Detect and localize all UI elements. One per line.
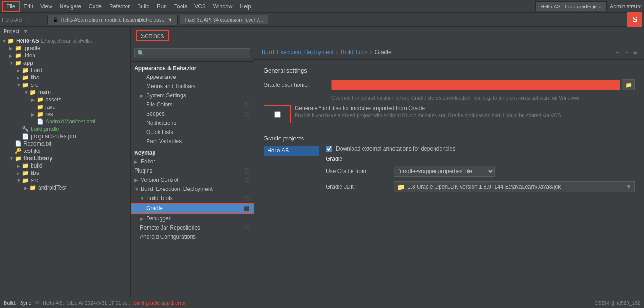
nav-item-path-variables[interactable]: Path Variables [131,137,254,146]
tree-arrow: ▶ [17,163,22,168]
tree-gradle-dir[interactable]: ▶ 📁 .gradle [0,45,130,52]
nav-item-gradle[interactable]: Gradle ⬛ [131,203,254,214]
sync-label[interactable]: Sync [20,300,31,306]
gradle-user-home-input[interactable] [331,80,620,90]
tree-main-dir[interactable]: ▼ 📁 main [0,89,130,96]
folder-icon: 📁 [22,74,29,81]
bottom-bar: Build: Sync ✕ Hello-AS: failed At 2024/3… [0,297,644,308]
tree-build2-dir[interactable]: ▶ 📁 build [0,162,130,169]
menu-code[interactable]: Code [85,2,105,11]
project-list-item-hello-as[interactable]: Hello-AS [264,146,319,156]
tree-androidtest-dir[interactable]: ▶ 📁 androidTest [0,184,130,191]
nav-label-debugger: Debugger [146,215,171,222]
tree-proguard-file[interactable]: 📄 proguard-rules.pro [0,133,130,140]
nav-item-menus[interactable]: Menus and Toolbars [131,82,254,91]
tree-src2-dir[interactable]: ▼ 📁 src [0,177,130,184]
settings-panel-body: General settings Gradle user home: 📁 Ove… [254,60,644,308]
tree-res-dir[interactable]: ▶ 📁 res [0,111,130,118]
tree-readme-file[interactable]: 📄 Readme.txt [0,140,130,147]
gradle-jdk-label: Gradle JDK: [326,184,390,190]
menu-view[interactable]: View [37,2,56,11]
tree-root[interactable]: ▼ 📁 Hello-AS E:\project\example\Hello-..… [0,37,130,45]
tab-emulator[interactable]: Pixel 3a API 34 extension_level 7... [180,15,269,24]
gradle-jdk-row: Gradle JDK: 📁 1.8 Oracle OpenJDK version… [326,181,635,192]
tree-jks-file[interactable]: 🔑 test.jks [0,147,130,155]
tree-arrow: ▼ [17,83,22,88]
nav-item-debugger[interactable]: ▶ Debugger [131,214,254,223]
gradle-jdk-input[interactable]: 📁 1.8 Oracle OpenJDK version 1.8.0_144 E… [394,181,635,192]
breadcrumb-forward[interactable]: → [624,49,630,56]
key-icon: 🔑 [15,148,22,154]
tree-assets-dir[interactable]: ▶ 📁 assets [0,96,130,103]
tree-idea-dir[interactable]: ▶ 📁 .idea [0,52,130,59]
tab-device[interactable]: 📱 Hello-AS:uniplugin_module [assembleRel… [47,15,177,25]
menu-help[interactable]: Help [236,2,255,11]
chevron-down-icon[interactable]: ▼ [23,28,28,34]
tree-build-dir[interactable]: ▶ 📁 build [0,67,130,74]
nav-item-quick-lists[interactable]: Quick Lists [131,128,254,137]
chevron-down-icon[interactable]: ▼ [168,17,173,22]
nav-label-menus: Menus and Toolbars [146,83,196,90]
folder-icon: 📁 [22,67,29,73]
use-gradle-from-select[interactable]: 'gradle-wrapper.properties' file [394,166,495,177]
generate-iml-checkbox[interactable] [274,111,281,118]
nav-item-version-control[interactable]: ▶ Version Control ⬛ [131,175,254,185]
menu-edit[interactable]: Edit [20,2,37,11]
menu-navigate[interactable]: Navigate [56,2,85,11]
tree-label: app [23,60,33,66]
breadcrumb-sep1: › [336,49,338,56]
nav-item-build-tools[interactable]: ▼ Build Tools ⬛ [131,194,254,203]
tree-app-dir[interactable]: ▼ 📁 app [0,59,130,67]
tab-build-gradle[interactable]: Hello-AS - build.gradle ▶ ✕ [535,1,607,11]
menu-window[interactable]: Window [209,2,237,11]
tree-java-dir[interactable]: 📁 java [0,103,130,111]
menu-file[interactable]: File [2,1,20,12]
nav-forward[interactable]: → [36,17,42,23]
tree-manifest-file[interactable]: 📄 AndroidManifest.xml [0,118,130,125]
tree-build-gradle[interactable]: 🔧 build.gradle [0,125,130,133]
download-annotations-checkbox[interactable] [326,146,332,152]
breadcrumb-back[interactable]: ← [615,49,621,56]
settings-search-input[interactable] [134,48,250,58]
menu-tools[interactable]: Tools [171,2,191,11]
menu-run[interactable]: Run [153,2,171,11]
settings-content: Build, Execution, Deployment › Build Too… [254,45,644,308]
nav-item-file-colors[interactable]: File Colors ⬛ [131,100,254,109]
sync-close-icon[interactable]: ✕ [35,300,39,306]
tree-libs-dir[interactable]: ▶ 📁 libs [0,74,130,81]
breadcrumb-buildtools[interactable]: Build Tools [341,49,368,56]
gradle-user-home-label: Gradle user home: [264,82,328,88]
tab-close-icon[interactable]: ✕ [598,4,602,9]
tree-libs2-dir[interactable]: ▶ 📁 libs [0,169,130,177]
nav-back[interactable]: ← [27,17,33,23]
tree-arrow: ▶ [17,171,22,176]
breadcrumb-build[interactable]: Build, Execution, Deployment [262,49,334,56]
gradle-icon: ⬛ [244,206,249,211]
tree-src-dir[interactable]: ▼ 📁 src [0,81,130,89]
nav-item-system[interactable]: ▶ System Settings [131,91,254,100]
nav-item-appearance[interactable]: Appearance [131,73,254,82]
file-icon: 📄 [22,133,29,140]
settings-header: Settings [131,27,644,45]
nav-arrow: ▶ [134,178,140,183]
nav-item-build-execution[interactable]: ▼ Build, Execution, Deployment [131,185,254,194]
nav-label-plugins: Plugins [134,168,152,174]
jdk-dropdown-icon: ▼ [626,184,632,190]
project-panel: Project ▼ ▼ 📁 Hello-AS E:\project\exampl… [0,27,131,308]
nav-item-android-config[interactable]: Android Configurations [131,232,254,241]
folder-icon: 📁 [37,96,44,103]
nav-item-notifications[interactable]: Notifications [131,118,254,128]
nav-item-plugins[interactable]: Plugins ⬛ [131,166,254,175]
folder-icon: 📁 [15,155,22,162]
nav-item-editor[interactable]: ▶ Editor [131,157,254,166]
gradle-sub-section: Gradle Use Gradle from: 'gradle-wrapper.… [326,156,635,192]
gradle-user-home-browse-button[interactable]: 📁 [622,79,635,90]
tree-firstlibrary-dir[interactable]: ▼ 📁 firstLibrary [0,155,130,162]
menu-build[interactable]: Build [133,2,153,11]
project-tree: ▼ 📁 Hello-AS E:\project\example\Hello-..… [0,36,130,308]
nav-item-remote-jar[interactable]: Remote Jar Repositories ⬛ [131,223,254,232]
nav-item-scopes[interactable]: Scopes ⬛ [131,109,254,118]
settings-menu-icon[interactable]: ≡ [633,49,637,56]
menu-refactor[interactable]: Refactor [105,2,133,11]
menu-vcs[interactable]: VCS [191,2,209,11]
